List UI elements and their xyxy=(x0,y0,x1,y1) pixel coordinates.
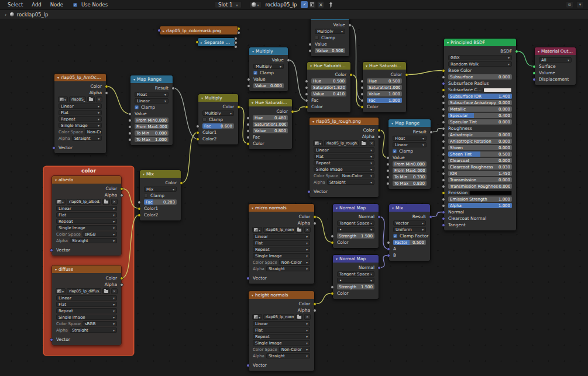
anisotropic-field[interactable]: Anisotropic0.000 xyxy=(448,132,512,137)
value-socket[interactable] xyxy=(308,49,312,53)
item-dropdown[interactable]: •▾ xyxy=(337,227,374,232)
value-socket[interactable] xyxy=(128,112,132,116)
expand-icon[interactable]: › xyxy=(5,12,7,18)
value-field[interactable]: Value0.410 xyxy=(311,91,346,96)
repeat-dropdown[interactable]: Repeat▾ xyxy=(314,160,374,165)
hue-field[interactable]: Hue0.500 xyxy=(367,78,402,84)
to-min-field[interactable]: To Min0.000 xyxy=(135,130,169,136)
node-height[interactable]: ▾height normalsColorAlpha▾rlap05_lp_norm… xyxy=(248,291,315,371)
node-micro[interactable]: ▾micro normalsColorAlpha▾rlap05_lp_norm.… xyxy=(248,203,315,284)
subsurface-radius-socket[interactable] xyxy=(442,82,445,85)
tangent-space-dropdown[interactable]: Tangent Space▾ xyxy=(337,271,374,277)
alpha-socket[interactable] xyxy=(105,91,108,95)
flat-dropdown[interactable]: Flat▾ xyxy=(253,327,310,333)
node-multiply_mid[interactable]: ▾MultiplyValueMultiply▾✓ClampValueValue0… xyxy=(249,47,288,92)
value-socket[interactable] xyxy=(308,43,312,46)
node-header[interactable]: ▾Mix xyxy=(389,204,430,212)
unlink-image-icon[interactable]: × xyxy=(96,96,102,102)
node-canvas[interactable]: color▸rlap05_lp_colormask.png▸Separate C… xyxy=(0,0,588,376)
subsurface-anisotropy-field[interactable]: Subsurface Anisotropy0.000 xyxy=(448,100,512,105)
node-header[interactable]: ▾Hue Saturation Value xyxy=(363,62,406,70)
subsurface-c-swatch[interactable] xyxy=(483,88,512,92)
fac-socket[interactable] xyxy=(246,136,250,139)
saturation-socket[interactable] xyxy=(246,123,250,126)
random-walk-dropdown[interactable]: Random Walk▾ xyxy=(448,61,512,67)
value-field[interactable]: Value1.000 xyxy=(367,91,402,96)
node-principled[interactable]: ▾Principled BSDFBSDFGGX▾Random Walk▾Base… xyxy=(443,38,517,231)
node-hsv3[interactable]: ▾Hue Saturation ValueColorHue0.500Satura… xyxy=(362,61,407,113)
normal-socket[interactable] xyxy=(377,215,381,219)
node-header[interactable]: ▾Map Range xyxy=(388,119,431,127)
clearcoat-normal-socket[interactable] xyxy=(442,217,445,220)
collapse-icon[interactable]: ▾ xyxy=(57,75,59,80)
color-socket[interactable] xyxy=(305,105,308,109)
node-sepcolor[interactable]: ▸Separate Color xyxy=(197,37,236,47)
image-browse-icon[interactable]: ▾ xyxy=(252,314,262,320)
base-color-socket[interactable] xyxy=(442,69,445,73)
clearcoat-roughness-socket[interactable] xyxy=(442,165,445,169)
b-socket[interactable] xyxy=(387,254,390,257)
item-dropdown[interactable]: •▾ xyxy=(337,278,374,283)
output-socket[interactable] xyxy=(237,31,240,35)
vector-socket[interactable] xyxy=(246,364,250,367)
repeat-dropdown[interactable]: Repeat▾ xyxy=(253,247,310,252)
value-field[interactable]: Value0.800 xyxy=(253,128,288,133)
node-header[interactable]: ▾Multiply xyxy=(249,47,288,55)
collapse-icon[interactable]: ▾ xyxy=(312,119,314,123)
clamp-checkbox[interactable] xyxy=(202,118,207,122)
value-socket[interactable] xyxy=(348,23,352,27)
clearcoat-field[interactable]: Clearcoat0.000 xyxy=(448,158,512,163)
image-browse-icon[interactable]: ▾ xyxy=(58,96,68,102)
value-socket[interactable] xyxy=(305,92,308,96)
node-hsv2[interactable]: ▾Hue Saturation ValueColorHue0.500Satura… xyxy=(307,61,351,113)
fac-field[interactable]: Fac0.608 xyxy=(202,123,234,129)
color2-socket[interactable] xyxy=(137,213,141,217)
single-image-dropdown[interactable]: Single Image▾ xyxy=(314,167,374,172)
flat-dropdown[interactable]: Flat▾ xyxy=(59,110,102,115)
unlink-image-icon[interactable]: × xyxy=(111,199,118,205)
unlink-image-icon[interactable]: × xyxy=(304,227,311,233)
color-socket[interactable] xyxy=(246,142,250,146)
editor-options-icon[interactable]: ▾ xyxy=(576,1,584,8)
anisotropic-socket[interactable] xyxy=(442,133,445,137)
collapse-icon[interactable]: ▾ xyxy=(55,267,57,271)
multiply-dropdown[interactable]: Multiply▾ xyxy=(253,64,284,69)
node-hsv1[interactable]: ▾Hue Saturation ValueColorHue0.480Satura… xyxy=(248,98,293,150)
alpha-socket[interactable] xyxy=(313,309,317,312)
roughness-socket[interactable] xyxy=(442,127,445,130)
alpha-socket[interactable] xyxy=(442,204,445,208)
fac-socket[interactable] xyxy=(305,99,308,102)
anisotropic-rotation-socket[interactable] xyxy=(442,140,445,143)
from-min-field[interactable]: From Min0.000 xyxy=(135,118,169,123)
node-header[interactable]: ▾Hue Saturation Value xyxy=(307,62,350,70)
node-nmap1[interactable]: ▾Normal MapNormalTangent Space▾•▾Strengt… xyxy=(332,203,379,249)
output-socket[interactable] xyxy=(234,45,238,49)
output-socket[interactable] xyxy=(237,27,240,30)
node-header[interactable]: ▾Material Output xyxy=(535,47,576,55)
image-browse-icon[interactable]: ▾ xyxy=(56,288,66,294)
node-maprange1[interactable]: ▾Map RangeResultFloat▾Linear▾✓ClampValue… xyxy=(130,75,173,146)
linear-dropdown[interactable]: Linear▾ xyxy=(56,295,117,301)
saturation-field[interactable]: Saturation1.820 xyxy=(311,85,346,90)
to-max-field[interactable]: To Max0.830 xyxy=(393,181,427,186)
flat-dropdown[interactable]: Flat▾ xyxy=(56,302,117,307)
menu-add[interactable]: Add xyxy=(28,1,44,8)
single-image-dropdown[interactable]: Single Image▾ xyxy=(56,225,117,230)
image-browse-icon[interactable]: ▾ xyxy=(56,199,66,205)
value-socket[interactable] xyxy=(247,78,250,81)
color1-socket[interactable] xyxy=(196,131,200,134)
open-image-icon[interactable] xyxy=(102,199,110,205)
collapse-icon[interactable]: ▾ xyxy=(143,172,145,176)
unlink-image-icon[interactable]: × xyxy=(369,140,375,146)
color-socket[interactable] xyxy=(331,292,334,295)
linear-dropdown[interactable]: Linear▾ xyxy=(56,206,117,211)
strength-field[interactable]: Strength1.500 xyxy=(337,233,374,239)
repeat-dropdown[interactable]: Repeat▾ xyxy=(56,219,117,224)
color-socket[interactable] xyxy=(331,241,334,244)
strength-socket[interactable] xyxy=(331,234,334,238)
specular-field[interactable]: Specular0.400 xyxy=(448,113,512,118)
value-socket[interactable] xyxy=(360,92,364,96)
vector-socket[interactable] xyxy=(307,190,311,194)
value-socket[interactable] xyxy=(247,84,250,88)
single-image-dropdown[interactable]: Single Image▾ xyxy=(253,340,310,346)
